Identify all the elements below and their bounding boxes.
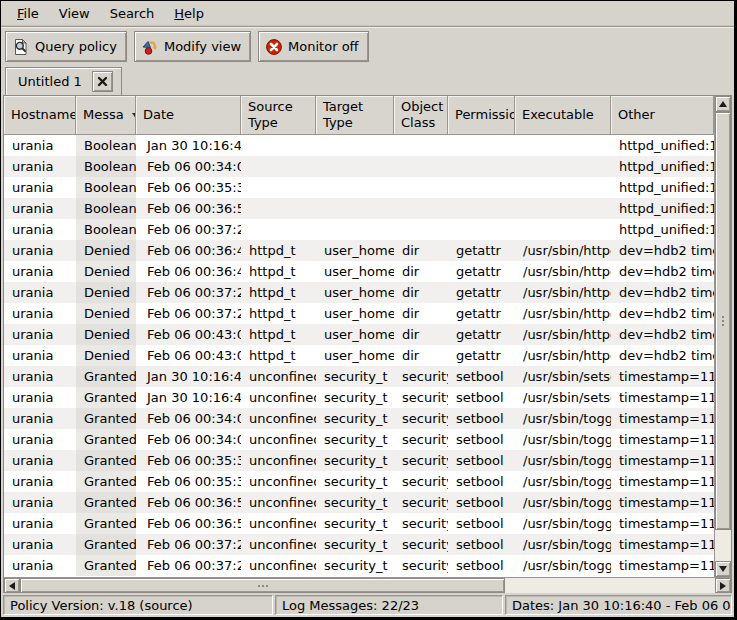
cell-target-type: user_home_ [316,261,394,282]
cell-hostname: urania [4,177,76,198]
cell-other: timestamp=11076 [611,429,714,450]
column-header-other[interactable]: Other [611,96,714,135]
modify-view-button[interactable]: Modify view [134,31,251,62]
cell-date: Feb 06 00:35:35 [136,471,241,492]
scroll-grip-icon [722,316,724,318]
cell-other: dev=hdb2 timesta [611,303,714,324]
cell-date: Feb 06 00:34:01 [136,429,241,450]
table-row[interactable]: uraniaDeniedFeb 06 00:37:27httpd_tuser_h… [4,282,714,303]
scroll-left-button[interactable] [4,578,20,593]
scroll-down-button[interactable] [715,561,731,577]
cell-permission: setbool [448,408,515,429]
close-icon [97,76,108,87]
cell-target-type: security_t [316,387,394,408]
table-row[interactable]: uraniaGrantedFeb 06 00:34:01unconfined_s… [4,429,714,450]
cell-object-class [394,219,448,240]
table-row[interactable]: uraniaDeniedFeb 06 00:43:01httpd_tuser_h… [4,324,714,345]
column-header-executable[interactable]: Executable [515,96,611,135]
cell-other: timestamp=11076 [611,471,714,492]
tab-label: Untitled 1 [18,74,82,89]
menu-help[interactable]: Help [164,3,214,24]
cell-message: Granted [76,366,136,387]
cell-date: Feb 06 00:37:27 [136,303,241,324]
cell-permission: getattr [448,240,515,261]
table-row[interactable]: uraniaBooleanFeb 06 00:36:56httpd_unifie… [4,198,714,219]
cell-object-class: dir [394,324,448,345]
cell-message: Granted [76,408,136,429]
cell-executable [515,177,611,198]
column-header-permission[interactable]: Permission [448,96,515,135]
vertical-scroll-thumb[interactable] [715,112,731,530]
cell-other: dev=hdb2 timesta [611,261,714,282]
cell-permission: setbool [448,471,515,492]
cell-executable: /usr/sbin/httpd [515,303,611,324]
dates-status: Dates: Jan 30 10:16:40 - Feb 06 00:43:01 [505,595,732,615]
cell-message: Boolean [76,135,136,156]
scroll-grip-icon [258,585,260,587]
menu-search[interactable]: Search [100,3,165,24]
table-row[interactable]: uraniaGrantedFeb 06 00:35:35unconfined_s… [4,450,714,471]
column-header-hostname[interactable]: Hostname [4,96,76,135]
cell-hostname: urania [4,513,76,534]
table-row[interactable]: uraniaGrantedFeb 06 00:35:35unconfined_s… [4,471,714,492]
cell-target-type: security_t [316,429,394,450]
cell-date: Feb 06 00:37:27 [136,282,241,303]
table-row[interactable]: uraniaDeniedFeb 06 00:36:44httpd_tuser_h… [4,240,714,261]
column-header-date[interactable]: Date [136,96,241,135]
table-row[interactable]: uraniaGrantedFeb 06 00:36:56unconfined_s… [4,513,714,534]
horizontal-scroll-thumb[interactable] [20,578,505,593]
table-row[interactable]: uraniaBooleanJan 30 10:16:40httpd_unifie… [4,135,714,156]
table-row[interactable]: uraniaGrantedFeb 06 00:36:56unconfined_s… [4,492,714,513]
cell-object-class [394,198,448,219]
cell-permission: setbool [448,366,515,387]
cell-object-class: security [394,366,448,387]
scroll-up-button[interactable] [715,96,731,112]
log-messages-status: Log Messages: 22/23 [275,595,503,615]
table-row[interactable]: uraniaBooleanFeb 06 00:35:35httpd_unifie… [4,177,714,198]
table-row[interactable]: uraniaGrantedFeb 06 00:34:01unconfined_s… [4,408,714,429]
cell-permission [448,219,515,240]
cell-date: Feb 06 00:35:35 [136,177,241,198]
query-policy-button[interactable]: Query policy [5,31,127,62]
cell-message: Denied [76,282,136,303]
cell-executable: /usr/sbin/setseb [515,387,611,408]
scroll-right-button[interactable] [715,578,731,593]
table-row[interactable]: uraniaDeniedFeb 06 00:43:01httpd_tuser_h… [4,345,714,366]
table-header: HostnameMessaDateSourceTypeTargetTypeObj… [4,96,714,135]
cell-object-class: dir [394,240,448,261]
tab-close-button[interactable] [92,71,113,92]
table-row[interactable]: uraniaGrantedJan 30 10:16:40unconfined_s… [4,366,714,387]
table-row[interactable]: uraniaDeniedFeb 06 00:36:44httpd_tuser_h… [4,261,714,282]
monitor-off-button[interactable]: Monitor off [258,31,368,62]
cell-target-type: user_home_ [316,240,394,261]
tab-untitled-1[interactable]: Untitled 1 [5,67,122,95]
table-row[interactable]: uraniaGrantedFeb 06 00:37:25unconfined_s… [4,534,714,555]
table-row[interactable]: uraniaGrantedFeb 06 00:37:25unconfined_s… [4,555,714,576]
cell-permission: getattr [448,303,515,324]
column-header-target-type[interactable]: TargetType [316,96,394,135]
cell-permission: getattr [448,282,515,303]
menu-file[interactable]: File [7,3,49,24]
arrow-down-icon [719,566,727,572]
cell-hostname: urania [4,492,76,513]
column-header-source-type[interactable]: SourceType [241,96,316,135]
column-header-message[interactable]: Messa [76,96,136,135]
table-row[interactable]: uraniaBooleanFeb 06 00:34:01httpd_unifie… [4,156,714,177]
cell-source-type: unconfined_ [241,534,316,555]
table-row[interactable]: uraniaDeniedFeb 06 00:37:27httpd_tuser_h… [4,303,714,324]
cell-executable: /usr/sbin/setseb [515,366,611,387]
column-header-object-class[interactable]: ObjectClass [394,96,448,135]
cell-message: Denied [76,303,136,324]
cell-target-type: user_home_ [316,345,394,366]
vertical-scroll-track[interactable] [715,112,731,561]
cell-target-type: security_t [316,534,394,555]
table-row[interactable]: uraniaGrantedJan 30 10:16:40unconfined_s… [4,387,714,408]
cell-date: Feb 06 00:36:56 [136,492,241,513]
table-row[interactable]: uraniaBooleanFeb 06 00:37:25httpd_unifie… [4,219,714,240]
menu-view[interactable]: View [49,3,100,24]
horizontal-scrollbar[interactable] [4,577,731,593]
cell-target-type: user_home_ [316,303,394,324]
cell-hostname: urania [4,387,76,408]
vertical-scrollbar[interactable] [714,96,731,577]
horizontal-scroll-track[interactable] [20,578,715,593]
